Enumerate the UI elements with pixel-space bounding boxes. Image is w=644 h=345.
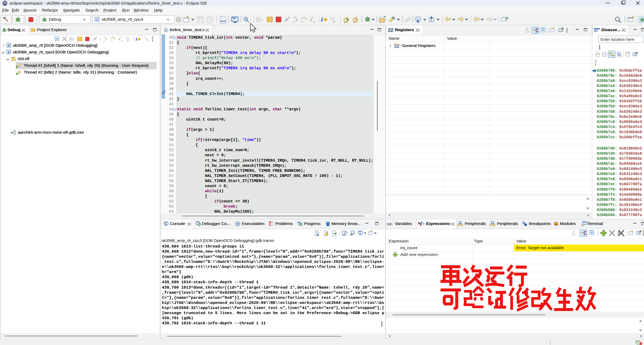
svg-text:i: i bbox=[136, 36, 137, 42]
svg-text:010: 010 bbox=[221, 20, 225, 23]
svg-text:c: c bbox=[165, 28, 167, 32]
svg-text:0101: 0101 bbox=[388, 30, 393, 32]
svg-text:c: c bbox=[8, 50, 10, 54]
svg-text:0101: 0101 bbox=[394, 46, 399, 48]
svg-text:(x)=: (x)= bbox=[387, 222, 392, 226]
svg-text:c: c bbox=[8, 44, 10, 48]
svg-text:6q: 6q bbox=[418, 221, 422, 225]
svg-text:i: i bbox=[321, 16, 323, 23]
